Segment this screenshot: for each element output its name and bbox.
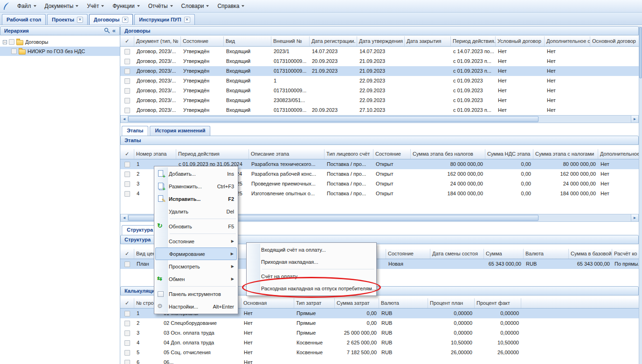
table-row[interactable]: Договор, 2023/...УтверждёнВходящий017310…: [120, 105, 639, 115]
menu-item-state[interactable]: Состояние▶: [155, 235, 237, 247]
row-checkbox[interactable]: [124, 49, 130, 55]
menubar-item-documents[interactable]: Документы: [41, 1, 83, 11]
row-checkbox[interactable]: [124, 78, 130, 84]
close-icon[interactable]: ✕: [77, 17, 83, 23]
row-checkbox[interactable]: [124, 108, 130, 113]
tab-desktop[interactable]: Рабочий стол: [2, 14, 46, 25]
column-header[interactable]: Сумма этапа с налогами: [533, 149, 598, 159]
table-row[interactable]: 303 Осн. оплата трудаНетПрямые25 000 000…: [120, 328, 639, 338]
tab-change-history[interactable]: История изменений: [150, 126, 210, 136]
menu-item-view[interactable]: Просмотреть▶: [155, 260, 237, 273]
row-checkbox[interactable]: [124, 98, 130, 103]
menu-item-payment-invoice[interactable]: Счёт на оплату...: [248, 270, 375, 282]
menu-item-formation[interactable]: Формирование▶: [155, 247, 237, 260]
table-row[interactable]: Договор, 2023/...УтверждёнВходящий230823…: [120, 96, 639, 105]
column-header[interactable]: Внешний №: [271, 36, 310, 46]
menu-item-incoming-waybill[interactable]: Приходная накладная...: [248, 256, 375, 268]
column-header[interactable]: Дата закрытия: [405, 36, 451, 46]
column-header[interactable]: Тип затрат: [294, 298, 335, 308]
vertical-scrollbar[interactable]: [639, 26, 642, 364]
menubar-item-reports[interactable]: Отчёты: [145, 1, 177, 11]
row-checkbox[interactable]: [124, 162, 130, 167]
column-header[interactable]: Период действия...: [451, 36, 496, 46]
scrollbar-thumb[interactable]: [128, 116, 538, 122]
column-header[interactable]: Сумма в базовой в: [569, 249, 612, 259]
row-checkbox[interactable]: [124, 88, 130, 94]
tree-checkbox[interactable]: [9, 39, 14, 45]
column-header[interactable]: Сумма затрат: [335, 298, 379, 308]
horizontal-scrollbar[interactable]: ◄ ►: [120, 115, 639, 123]
column-header[interactable]: Валюта: [524, 249, 569, 259]
tab-contracts[interactable]: Договоры✕: [89, 14, 133, 25]
table-row[interactable]: 202 СпецоборудованиеНетПрямые0,00RUB0,00…: [120, 318, 639, 328]
menu-item-delete[interactable]: УдалитьDel: [155, 205, 237, 218]
close-icon[interactable]: ✕: [184, 17, 190, 23]
column-header[interactable]: Основной договор: [590, 36, 639, 46]
column-header[interactable]: Расчёт ко: [612, 249, 639, 259]
select-all-header[interactable]: ✓: [120, 149, 134, 159]
row-checkbox[interactable]: [124, 321, 130, 326]
row-checkbox[interactable]: [124, 261, 130, 267]
scrollbar-track[interactable]: [538, 116, 631, 123]
scrollbar-track[interactable]: [538, 214, 631, 221]
tab-projects[interactable]: Проекты✕: [47, 14, 88, 25]
column-header[interactable]: Дата регистрации.: [310, 36, 357, 46]
search-icon[interactable]: [104, 27, 110, 34]
row-checkbox[interactable]: [124, 191, 130, 197]
row-checkbox[interactable]: [124, 350, 130, 356]
table-row[interactable]: Договор, 2023/...УтверждёнВходящий2023/1…: [120, 47, 639, 56]
menubar-item-dictionaries[interactable]: Словари: [178, 1, 213, 11]
close-icon[interactable]: ✕: [122, 17, 128, 23]
column-header[interactable]: Номер этапа: [134, 149, 176, 159]
table-row[interactable]: Договор, 2023/...УтверждёнВходящий017310…: [120, 56, 639, 66]
table-row[interactable]: 505 Соц. отчисленияНетКосвенные7 182 500…: [120, 348, 639, 357]
table-row[interactable]: Договор, 2023/...УтверждёнВходящий017310…: [120, 86, 639, 96]
scroll-left-button[interactable]: ◄: [121, 214, 128, 221]
column-header[interactable]: Основная: [242, 298, 294, 308]
row-checkbox[interactable]: [124, 172, 130, 177]
column-header[interactable]: Вид: [224, 36, 271, 46]
tab-instructions[interactable]: Инструкции ПУП✕: [134, 14, 194, 25]
column-header[interactable]: Процент факт: [475, 298, 521, 308]
column-header[interactable]: Условный договор: [496, 36, 545, 46]
column-header[interactable]: Валюта: [379, 298, 428, 308]
row-checkbox[interactable]: [124, 340, 130, 346]
column-header[interactable]: Сумма этапа без налогов: [411, 149, 485, 159]
select-all-header[interactable]: ✓: [120, 36, 134, 46]
menubar-item-file[interactable]: Файл: [14, 1, 40, 11]
row-checkbox[interactable]: [124, 181, 130, 187]
menu-item-exchange[interactable]: Обмен▶: [155, 273, 237, 285]
row-checkbox[interactable]: [124, 69, 130, 74]
row-checkbox[interactable]: [124, 59, 130, 64]
menubar-item-accounting[interactable]: Учёт: [83, 1, 108, 11]
scroll-right-button[interactable]: ►: [631, 116, 638, 123]
column-header[interactable]: Дополнительное с: [545, 36, 590, 46]
menu-item-outgoing-waybill[interactable]: Расходная накладная на отпуск потребител…: [248, 282, 375, 295]
tab-stages[interactable]: Этапы: [122, 126, 148, 136]
column-header[interactable]: Описание этапа: [249, 149, 324, 159]
menubar-item-functions[interactable]: Функции: [109, 1, 143, 11]
table-row[interactable]: 606...Нет: [120, 357, 639, 364]
column-header[interactable]: Сумма: [484, 249, 524, 259]
select-all-header[interactable]: ✓: [120, 249, 134, 259]
column-header[interactable]: Состояние: [373, 149, 411, 159]
table-row[interactable]: Договор, 2023/...УтверждёнВходящий122.09…: [120, 76, 639, 86]
column-header[interactable]: Состояние: [181, 36, 224, 46]
scroll-left-button[interactable]: ◄: [121, 116, 128, 123]
column-header[interactable]: Тип лицевого счёт: [324, 149, 373, 159]
tree-item-contracts[interactable]: − Договоры: [0, 37, 120, 47]
menu-item-refresh[interactable]: ОбновитьF5: [155, 220, 237, 233]
scroll-right-button[interactable]: ►: [631, 214, 638, 221]
table-row[interactable]: 404 Доп. оплата трудаНетКосвенные2 625 0…: [120, 338, 639, 348]
table-row[interactable]: Договор, 2023/...УтверждёнВходящий017310…: [120, 66, 639, 76]
scrollbar-thumb[interactable]: [639, 27, 642, 78]
tree-item-niokr[interactable]: НИОКР по ГОЗ без НДС: [0, 47, 120, 56]
column-header[interactable]: Период действия: [176, 149, 249, 159]
row-checkbox[interactable]: [124, 311, 130, 316]
column-header[interactable]: Дата смены состоя: [430, 249, 484, 259]
column-header[interactable]: Сумма НДС этапа: [485, 149, 533, 159]
menubar-item-help[interactable]: Справка: [214, 1, 248, 11]
column-header[interactable]: Документ (тип, №: [134, 36, 181, 46]
tree-checkbox[interactable]: [11, 48, 17, 54]
menu-item-toolbar[interactable]: Панель инструментов: [155, 288, 237, 300]
